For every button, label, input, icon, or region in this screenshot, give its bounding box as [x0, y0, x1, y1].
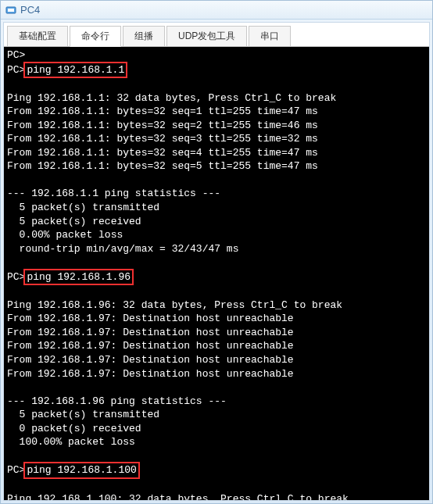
tab-udp-tool[interactable]: UDP发包工具	[166, 26, 247, 46]
terminal-line	[7, 77, 426, 91]
tabbar: 基础配置 命令行 组播 UDP发包工具 串口	[4, 23, 429, 47]
command: ping 192.168.1.96	[23, 269, 134, 286]
terminal-line: --- 192.168.1.96 ping statistics ---	[7, 395, 426, 409]
terminal-line: From 192.168.1.1: bytes=32 seq=5 ttl=255…	[7, 159, 426, 173]
tab-multicast[interactable]: 组播	[123, 26, 165, 46]
window-title: PC4	[20, 4, 40, 16]
terminal-line: Ping 192.168.1.96: 32 data bytes, Press …	[7, 298, 426, 313]
terminal-line	[7, 478, 426, 492]
terminal-line: From 192.168.1.1: bytes=32 seq=4 ttl=255…	[7, 146, 426, 160]
terminal-line: PC>ping 192.168.1.96	[7, 270, 426, 285]
terminal-line	[7, 173, 426, 188]
terminal-line	[7, 256, 426, 270]
terminal-line: From 192.168.1.97: Destination host unre…	[7, 326, 426, 340]
terminal-line: 5 packet(s) transmitted	[7, 408, 426, 422]
terminal-line	[7, 381, 426, 395]
command: ping 192.168.1.100	[23, 462, 139, 479]
terminal-line: PC>	[7, 48, 426, 63]
prompt: PC>	[7, 64, 25, 76]
terminal-line: 100.00% packet loss	[7, 435, 426, 449]
command: ping 192.168.1.1	[23, 62, 127, 79]
terminal-line: From 192.168.1.97: Destination host unre…	[7, 312, 426, 326]
terminal-line: From 192.168.1.1: bytes=32 seq=3 ttl=255…	[7, 132, 426, 146]
terminal-line: --- 192.168.1.1 ping statistics ---	[7, 187, 426, 201]
tab-serial[interactable]: 串口	[249, 26, 291, 46]
titlebar: PC4	[1, 1, 432, 20]
terminal-line: PC>ping 192.168.1.100	[7, 463, 426, 478]
terminal-line: Ping 192.168.1.1: 32 data bytes, Press C…	[7, 91, 426, 105]
tab-command-line[interactable]: 命令行	[70, 26, 121, 47]
terminal-line: Ping 192.168.1.100: 32 data bytes, Press…	[7, 492, 426, 501]
terminal-line: From 192.168.1.1: bytes=32 seq=2 ttl=255…	[7, 119, 426, 133]
terminal-line: round-trip min/avg/max = 32/43/47 ms	[7, 242, 426, 256]
app-icon	[5, 5, 16, 16]
terminal-line: From 192.168.1.97: Destination host unre…	[7, 339, 426, 353]
terminal[interactable]: PC>PC>ping 192.168.1.1 Ping 192.168.1.1:…	[4, 47, 429, 500]
terminal-line: 0.00% packet loss	[7, 228, 426, 242]
content-area: 基础配置 命令行 组播 UDP发包工具 串口 PC>PC>ping 192.16…	[3, 22, 430, 501]
terminal-line: 0 packet(s) received	[7, 422, 426, 436]
terminal-line: 5 packet(s) received	[7, 215, 426, 229]
terminal-line: From 192.168.1.97: Destination host unre…	[7, 367, 426, 381]
app-window: PC4 基础配置 命令行 组播 UDP发包工具 串口 PC>PC>ping 19…	[0, 0, 433, 504]
terminal-line: PC>ping 192.168.1.1	[7, 63, 426, 78]
terminal-line: From 192.168.1.1: bytes=32 seq=1 ttl=255…	[7, 105, 426, 119]
prompt: PC>	[7, 271, 25, 283]
terminal-line: 5 packet(s) transmitted	[7, 201, 426, 215]
terminal-line	[7, 284, 426, 298]
tab-basic-config[interactable]: 基础配置	[7, 26, 68, 46]
terminal-line: From 192.168.1.97: Destination host unre…	[7, 353, 426, 367]
terminal-line	[7, 449, 426, 463]
prompt: PC>	[7, 464, 25, 476]
svg-rect-1	[8, 9, 14, 12]
